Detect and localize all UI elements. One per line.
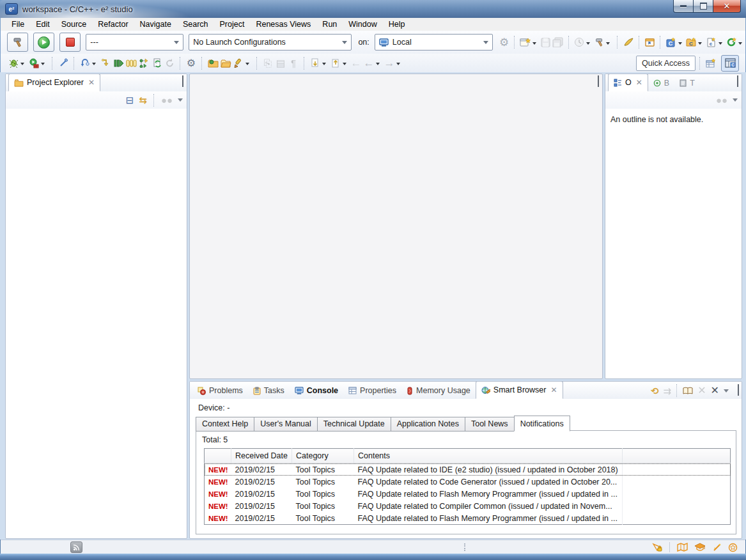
settings-gear-icon[interactable]: ⚙ — [185, 57, 198, 70]
delete-all-notifications-icon[interactable]: ✕ — [711, 385, 719, 396]
panel-maximize-button[interactable] — [737, 77, 738, 86]
paint-wand-icon[interactable] — [232, 57, 245, 70]
tab-t[interactable]: T — [674, 75, 700, 91]
window-close-button[interactable]: ✕ — [713, 0, 741, 13]
tab-outline[interactable]: O ✕ — [608, 74, 648, 91]
disconnect-icon[interactable] — [57, 57, 70, 70]
menu-item[interactable]: Renesas Views — [250, 20, 316, 29]
next-annotation-icon[interactable] — [309, 57, 322, 70]
panel-maximize-button[interactable] — [738, 386, 739, 395]
collapse-all-icon[interactable]: ⊟ — [126, 95, 134, 105]
build-button[interactable] — [7, 33, 28, 52]
run-coverage-dropdown[interactable] — [41, 63, 45, 67]
tab-tasks[interactable]: Tasks — [248, 382, 290, 399]
graduation-cap-icon[interactable] — [694, 543, 706, 552]
rss-feed-icon[interactable] — [70, 541, 82, 553]
memory-columns-icon[interactable] — [125, 57, 137, 70]
trace-branch-icon[interactable] — [137, 57, 150, 70]
new-wizard-icon[interactable] — [519, 36, 531, 49]
menu-item[interactable]: Project — [214, 20, 251, 29]
menu-item[interactable]: File — [6, 20, 30, 29]
tab-memory-usage[interactable]: Memory Usage — [401, 382, 476, 399]
subtab[interactable]: Application Notes — [391, 417, 465, 432]
link-doc-icon[interactable]: ⎘ — [261, 57, 274, 70]
menu-item[interactable]: Edit — [30, 20, 56, 29]
badge-star-icon[interactable] — [728, 543, 738, 552]
stop-button[interactable] — [59, 33, 81, 52]
view-menu-dropdown[interactable] — [178, 98, 183, 104]
table-row[interactable]: NEW! 2019/02/15 Tool Topics FAQ Update r… — [205, 476, 731, 488]
run-coverage-icon[interactable] — [27, 57, 40, 70]
view-menu-dropdown[interactable] — [724, 389, 729, 395]
step-return-icon[interactable] — [112, 57, 125, 70]
window-restore-button[interactable] — [694, 0, 713, 13]
status-sash-handle[interactable] — [464, 543, 467, 551]
clock-dropdown[interactable] — [586, 42, 590, 47]
build-dropdown[interactable] — [606, 42, 610, 47]
open-perspective-icon[interactable] — [704, 57, 717, 70]
wand-icon[interactable] — [712, 543, 722, 552]
menu-item[interactable]: Navigate — [134, 20, 177, 29]
open-console-icon[interactable] — [644, 36, 656, 49]
view-menu-dropdown[interactable] — [733, 98, 738, 104]
tab-b[interactable]: B — [648, 75, 674, 91]
paint-wand-dropdown[interactable] — [245, 63, 249, 67]
refresh-icon[interactable]: ⟲ — [651, 386, 659, 396]
last-edit-location-icon[interactable]: ← — [350, 57, 362, 70]
menu-item[interactable]: Window — [343, 20, 382, 29]
open-folder-icon[interactable] — [219, 57, 232, 70]
target-settings-gear-icon[interactable]: ⚙ — [498, 36, 510, 49]
tab-console[interactable]: Console — [290, 382, 343, 399]
view-menu-icon[interactable]: ●● — [716, 95, 727, 105]
launch-config-combo[interactable]: No Launch Configurations — [189, 34, 352, 51]
build-hammer-icon[interactable] — [593, 36, 605, 49]
new-c-project-dropdown[interactable] — [678, 42, 682, 47]
tab-smart-browser[interactable]: Smart Browser ✕ — [476, 381, 563, 399]
smart-configurator-lock-icon[interactable] — [652, 543, 663, 552]
table-header-row[interactable]: Received Date Category Contents — [205, 449, 731, 463]
editor-maximize-button[interactable] — [598, 77, 599, 86]
debug-dropdown[interactable] — [20, 63, 24, 67]
pilcrow-icon[interactable]: ¶ — [287, 57, 300, 70]
new-c-folder-dropdown[interactable] — [698, 42, 702, 47]
new-c-project-icon[interactable]: C — [665, 36, 677, 49]
window-minimize-button[interactable] — [673, 0, 694, 13]
tab-project-explorer[interactable]: Project Explorer ✕ — [8, 74, 100, 91]
subtab[interactable]: Notifications — [514, 416, 570, 432]
delete-notification-icon[interactable]: ✕ — [697, 385, 706, 396]
next-annotation-dropdown[interactable] — [322, 63, 326, 67]
table-row[interactable]: NEW! 2019/02/15 Tool Topics FAQ Update r… — [205, 500, 731, 512]
subtab[interactable]: Context Help — [196, 417, 254, 432]
quick-access-button[interactable]: Quick Access — [636, 56, 695, 71]
close-icon[interactable]: ✕ — [550, 385, 557, 394]
code-generator-dropdown[interactable] — [738, 42, 742, 47]
header-contents[interactable]: Contents — [354, 449, 623, 463]
header-received-date[interactable]: Received Date — [231, 449, 292, 463]
launch-target-combo[interactable]: Local — [375, 34, 493, 51]
view-menu-icon[interactable]: ●● — [161, 95, 173, 105]
build-config-combo[interactable]: --- — [86, 34, 183, 51]
menu-item[interactable]: Search — [177, 20, 214, 29]
cpp-perspective-button[interactable]: C — [721, 55, 739, 72]
editor-area[interactable] — [189, 74, 603, 379]
save-all-icon[interactable] — [552, 36, 564, 49]
restart-icon[interactable] — [79, 57, 91, 70]
title-bar[interactable]: e² workspace - C/C++ - e² studio ✕ — [0, 0, 746, 18]
debug-bug-icon[interactable] — [7, 57, 20, 70]
code-generator-icon[interactable] — [726, 36, 738, 49]
open-book-icon[interactable] — [683, 387, 693, 395]
close-icon[interactable]: ✕ — [636, 78, 642, 87]
import-folder-icon[interactable] — [206, 57, 219, 70]
run-button[interactable] — [33, 33, 54, 52]
new-wizard-dropdown[interactable] — [532, 42, 536, 47]
restart-dropdown[interactable] — [92, 63, 96, 67]
prev-annotation-dropdown[interactable] — [343, 63, 346, 67]
step-into-icon[interactable] — [99, 57, 112, 70]
new-c-file-dropdown[interactable] — [719, 42, 722, 47]
project-explorer-body[interactable] — [6, 109, 187, 539]
table-row[interactable]: NEW! 2019/02/15 Tool Topics FAQ Update r… — [205, 463, 731, 476]
new-c-folder-icon[interactable]: C — [685, 36, 697, 49]
map-icon[interactable] — [677, 543, 688, 552]
table-row[interactable]: NEW! 2019/02/15 Tool Topics FAQ Update r… — [205, 488, 731, 500]
menu-item[interactable]: Run — [316, 20, 343, 29]
